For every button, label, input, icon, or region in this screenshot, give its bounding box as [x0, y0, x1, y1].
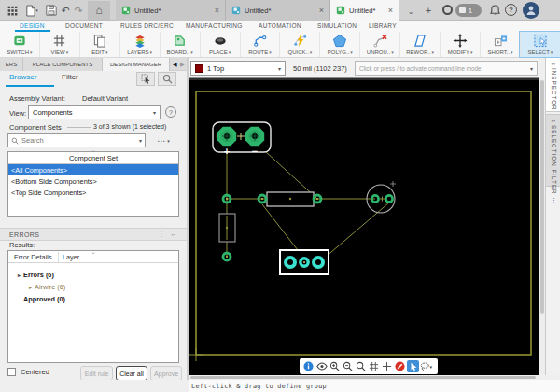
- approve-button[interactable]: Approve: [150, 366, 182, 381]
- new-file-button[interactable]: ▾: [23, 3, 40, 18]
- errors-table-header[interactable]: Error Details Layer ⌄: [8, 251, 178, 263]
- more-icon: ⋯: [550, 197, 557, 204]
- tool-select[interactable]: SELECT▾: [520, 32, 560, 57]
- tool-route[interactable]: ROUTE▾: [240, 32, 280, 57]
- layer-select[interactable]: 1 Top ▾: [190, 61, 286, 76]
- centered-checkbox[interactable]: [7, 368, 16, 376]
- tab-browser[interactable]: Browser: [9, 73, 36, 81]
- zoom-in-button[interactable]: [329, 360, 341, 372]
- command-caret-icon[interactable]: ▾: [530, 65, 533, 72]
- list-item-top-side[interactable]: <Top Side Components>: [8, 187, 178, 198]
- tree-errors[interactable]: ▸Errors (6): [18, 271, 54, 279]
- tab-scroll-left-icon[interactable]: ◀: [173, 61, 177, 67]
- kebab-menu-icon[interactable]: ⋮: [158, 231, 164, 238]
- tab-filter[interactable]: Filter: [62, 73, 78, 81]
- list-item-all-components[interactable]: <All Components>: [8, 164, 178, 175]
- menu-library[interactable]: LIBRARY: [369, 22, 397, 29]
- status-hint-text: Left-click & drag to define group: [189, 383, 327, 390]
- menu-rules-drc-erc[interactable]: RULES DRC/ERC: [120, 22, 174, 29]
- redo-button[interactable]: ↷: [72, 3, 85, 18]
- tool-unroute[interactable]: UNROU..▾: [359, 32, 399, 57]
- tool-rework[interactable]: REWOR..▾: [399, 32, 440, 57]
- command-line-input[interactable]: [355, 61, 538, 76]
- collapse-icon[interactable]: ↔: [171, 231, 177, 238]
- save-button[interactable]: [44, 3, 58, 18]
- chevron-down-icon: ⌄: [408, 7, 414, 16]
- pcb-canvas[interactable]: PWR+ PWR- + −: [189, 78, 539, 375]
- selection-filter-tab[interactable]: ↔ SELECTION FILTER ⋯: [546, 114, 560, 187]
- view-help-button[interactable]: ?: [165, 106, 176, 118]
- scrollbar-thumb[interactable]: [190, 376, 536, 379]
- menu-document[interactable]: DOCUMENT: [65, 22, 103, 29]
- new-tab-button[interactable]: +: [422, 3, 435, 18]
- close-icon[interactable]: ×: [388, 6, 393, 15]
- help-button[interactable]: ?: [505, 4, 517, 16]
- component-battery-connector[interactable]: PWR+ PWR- + −: [213, 122, 271, 157]
- info-button[interactable]: [302, 360, 315, 372]
- notifications-button[interactable]: [488, 3, 501, 18]
- zoom-fit-button[interactable]: [355, 360, 367, 372]
- tool-quick-route[interactable]: QUICK..▾: [279, 32, 319, 57]
- tool-edit[interactable]: EDIT▾: [79, 32, 119, 57]
- tab-list-button[interactable]: ⌄: [405, 4, 416, 19]
- sort-up-icon: ⌃: [91, 149, 95, 156]
- search-input[interactable]: [21, 136, 136, 145]
- layers-icon: [133, 34, 147, 48]
- tool-layers[interactable]: LAYERS▾: [119, 32, 160, 57]
- menu-simulation[interactable]: SIMULATION: [317, 22, 357, 29]
- inspector-tab[interactable]: ↔ INSPECTOR: [546, 58, 560, 112]
- tab-scroll-right-icon[interactable]: ▶: [180, 61, 185, 67]
- crosshair-button[interactable]: [381, 360, 393, 372]
- zoom-out-icon: [343, 361, 353, 371]
- errors-section-header[interactable]: ERRORS ⋮ ↔: [0, 228, 187, 241]
- close-icon[interactable]: ×: [319, 6, 324, 15]
- tool-place[interactable]: PLACE▾: [200, 32, 240, 57]
- zoom-out-button[interactable]: [342, 360, 354, 372]
- tool-view[interactable]: VIEW▾: [39, 32, 79, 57]
- menu-design[interactable]: DESIGN: [20, 22, 45, 29]
- doc-tab-2[interactable]: Untitled* ×: [226, 0, 330, 21]
- tool-modify[interactable]: MODIFY▾: [440, 32, 480, 57]
- component-set-list-header[interactable]: ⌃ Component Set: [8, 152, 178, 164]
- app-grid-button[interactable]: [6, 3, 20, 18]
- tool-board[interactable]: BOARD..▾: [160, 32, 200, 57]
- panel-tab-design-manager[interactable]: DESIGN MANAGER: [103, 58, 170, 71]
- close-icon[interactable]: ×: [215, 6, 219, 15]
- view-dropdown[interactable]: Components ▾: [28, 105, 161, 119]
- select-cursor-button[interactable]: [407, 360, 419, 372]
- edit-rule-button[interactable]: Edit rule: [80, 366, 113, 381]
- menu-manufacturing[interactable]: MANUFACTURING: [186, 22, 243, 29]
- component-resistor-horizontal[interactable]: [259, 192, 321, 206]
- stop-command-button[interactable]: [394, 360, 406, 372]
- job-status-badge[interactable]: 1: [455, 4, 482, 17]
- extensions-icon[interactable]: [442, 5, 453, 15]
- component-pin-header-selected[interactable]: [280, 250, 329, 274]
- search-more-button[interactable]: ⋯ ▾: [149, 133, 177, 147]
- list-item-bottom-side[interactable]: <Bottom Side Components>: [8, 175, 178, 187]
- tree-approved[interactable]: Approved (0): [23, 295, 65, 303]
- tool-shortcuts[interactable]: SHORT..▾: [480, 32, 520, 57]
- tree-airwire[interactable]: ▸Airwire (6): [29, 283, 65, 291]
- home-button[interactable]: ⌂: [88, 1, 110, 20]
- doc-tab-1[interactable]: Untitled* ×: [116, 0, 226, 21]
- lasso-select-button[interactable]: ▾: [420, 360, 432, 372]
- caret-icon: ▾: [66, 49, 69, 55]
- component-search[interactable]: ▾: [7, 133, 146, 147]
- doc-tab-3-active[interactable]: Untitled* ×: [330, 0, 399, 21]
- panel-tab-place-components[interactable]: PLACE COMPONENTS: [23, 58, 103, 71]
- clear-all-button[interactable]: Clear all: [116, 366, 147, 381]
- visibility-button[interactable]: [315, 360, 328, 372]
- grid-settings-button[interactable]: [368, 360, 380, 372]
- component-led[interactable]: [367, 181, 396, 213]
- zoom-find-button[interactable]: [158, 72, 176, 86]
- undo-button[interactable]: ↶: [59, 3, 72, 18]
- pick-select-button[interactable]: [136, 72, 155, 86]
- user-avatar[interactable]: [523, 2, 539, 19]
- component-resistor-vertical[interactable]: [219, 214, 235, 260]
- scrollbar-thumb[interactable]: [540, 80, 544, 314]
- tool-polygon[interactable]: POLYG..▾: [319, 32, 359, 57]
- tool-switch[interactable]: SWITCH▾: [0, 32, 39, 57]
- panel-tab-ers[interactable]: ERS: [0, 58, 23, 71]
- pcb-drawing[interactable]: PWR+ PWR- + −: [189, 80, 539, 375]
- menu-automation[interactable]: AUTOMATION: [259, 22, 301, 29]
